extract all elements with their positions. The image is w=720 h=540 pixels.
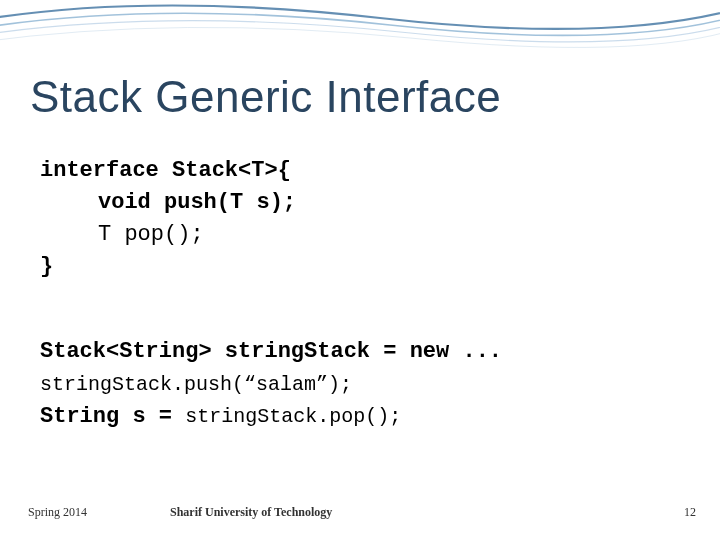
code-line: interface Stack<T>{ bbox=[40, 155, 296, 187]
code-line: Stack<String> stringStack = new ... bbox=[40, 335, 502, 369]
code-line: T pop(); bbox=[40, 219, 296, 251]
code-block-usage: Stack<String> stringStack = new ... stri… bbox=[40, 335, 502, 434]
top-swoosh-decoration bbox=[0, 0, 720, 55]
footer-term: Spring 2014 bbox=[28, 505, 87, 520]
slide-title: Stack Generic Interface bbox=[30, 72, 501, 122]
code-line: } bbox=[40, 251, 296, 283]
code-line: stringStack.push(“salam”); bbox=[40, 369, 502, 400]
code-block-interface: interface Stack<T>{ void push(T s); T po… bbox=[40, 155, 296, 283]
slide-number: 12 bbox=[684, 505, 696, 520]
code-line: String s = stringStack.pop(); bbox=[40, 400, 502, 434]
footer-institution: Sharif University of Technology bbox=[170, 505, 332, 520]
code-line: void push(T s); bbox=[40, 187, 296, 219]
